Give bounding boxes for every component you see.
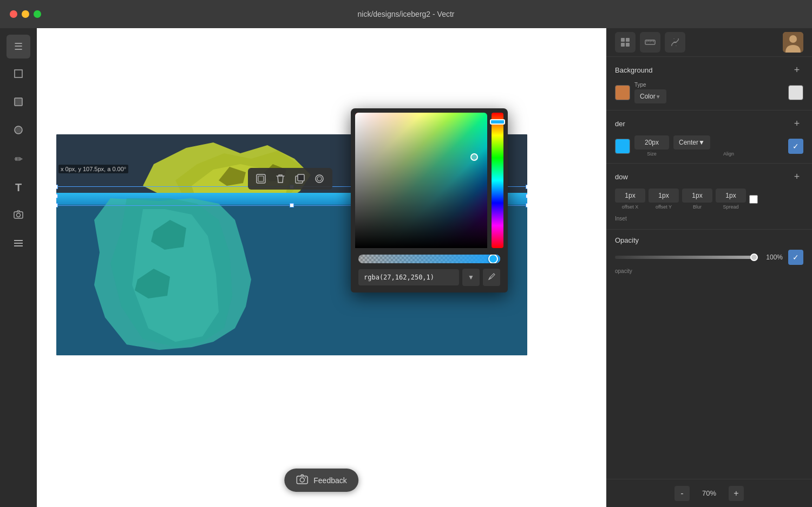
feedback-button[interactable]: Feedback (284, 469, 358, 492)
alpha-slider-row (358, 255, 500, 263)
svg-point-23 (317, 177, 322, 181)
opacity-check-icon: ✓ (793, 253, 799, 262)
svg-point-27 (305, 477, 306, 478)
main-layout: ☰ ✏ T (0, 28, 812, 507)
color-input-row: ▼ (358, 269, 500, 286)
hue-slider[interactable] (492, 113, 503, 248)
svg-rect-19 (258, 176, 264, 181)
border-row: Size Center ▼ Align ✓ (615, 135, 803, 157)
color-value-input[interactable] (358, 269, 459, 285)
lines-icon (13, 238, 24, 250)
svg-rect-28 (621, 38, 625, 42)
svg-point-24 (489, 278, 490, 279)
border-section: der + Size Center ▼ Align ✓ (606, 110, 812, 163)
spread-input[interactable] (716, 188, 746, 203)
border-color-swatch[interactable] (615, 139, 630, 154)
grid-view-button[interactable] (615, 32, 636, 53)
background-header: Background + (615, 63, 803, 76)
lines-tool[interactable] (6, 232, 30, 256)
avatar-image (783, 32, 803, 53)
inset-label: Inset (615, 216, 627, 222)
border-title: der (615, 120, 625, 128)
spread-group: Spread (716, 188, 746, 210)
zoom-out-button[interactable]: - (675, 486, 690, 501)
pen-icon: ✏ (15, 153, 23, 165)
select-tool[interactable] (6, 63, 30, 87)
size-input-group: Size (634, 135, 669, 157)
background-section: Background + Type Color ▼ (606, 57, 812, 110)
color-picker-popup: ▼ (351, 108, 508, 292)
background-color-swatch[interactable] (615, 85, 630, 100)
align-value: Center (679, 139, 698, 146)
shape-tool[interactable] (6, 91, 30, 115)
align-dropdown[interactable]: Center ▼ (673, 135, 710, 150)
delete-tool[interactable] (272, 170, 289, 187)
camera-tool[interactable] (6, 204, 30, 227)
feedback-label: Feedback (313, 476, 346, 485)
size-label: Size (634, 151, 669, 157)
ruler-button[interactable] (640, 32, 660, 53)
add-background-button[interactable]: + (790, 63, 803, 76)
opacity-label: opacity (615, 268, 803, 274)
svg-point-22 (316, 175, 323, 183)
svg-rect-25 (297, 476, 307, 484)
circle-icon (13, 125, 24, 138)
offset-y-group: offset Y (649, 188, 679, 210)
canvas-area[interactable]: x 0px, y 107.5px, a 0.00° (37, 28, 606, 507)
offset-y-input[interactable] (649, 188, 679, 203)
alpha-slider[interactable] (358, 255, 500, 263)
offset-x-input[interactable] (615, 188, 645, 203)
opacity-section: Opacity 100% ✓ opacity (606, 230, 812, 281)
menu-tool[interactable]: ☰ (6, 35, 30, 58)
blur-label: Blur (693, 204, 702, 210)
shadow-checkbox[interactable] (749, 195, 758, 204)
pen-tool[interactable]: ✏ (6, 147, 30, 171)
zoom-bar: - 70% + (606, 479, 812, 507)
opacity-title: Opacity (615, 236, 639, 244)
eyedropper-button[interactable] (483, 269, 500, 286)
duplicate-tool[interactable] (291, 170, 309, 187)
add-shadow-button[interactable]: + (790, 170, 803, 183)
hue-thumb (490, 119, 505, 125)
right-panel: Background + Type Color ▼ der + (606, 28, 812, 507)
close-button[interactable] (10, 10, 17, 18)
text-tool[interactable]: T (6, 176, 30, 199)
zoom-in-button[interactable]: + (729, 486, 744, 501)
background-color-right[interactable] (788, 85, 803, 100)
minus-icon: - (680, 489, 683, 498)
opacity-slider[interactable] (615, 256, 758, 259)
panel-spacer (606, 281, 812, 479)
link-button[interactable] (665, 32, 685, 53)
more-tool[interactable] (311, 170, 328, 187)
blur-input[interactable] (682, 188, 712, 203)
size-input[interactable] (634, 135, 669, 150)
camera-icon (13, 209, 24, 223)
svg-rect-29 (626, 38, 630, 42)
type-dropdown-button[interactable]: Color ▼ (634, 89, 666, 103)
left-toolbar: ☰ ✏ T (0, 28, 37, 507)
opacity-confirm-button[interactable]: ✓ (788, 250, 803, 265)
minimize-button[interactable] (22, 10, 29, 18)
opacity-thumb (750, 253, 758, 261)
add-border-button[interactable]: + (790, 117, 803, 130)
user-avatar[interactable] (783, 32, 803, 53)
border-confirm-button[interactable]: ✓ (788, 139, 803, 154)
shadow-section: dow + offset X offset Y Blur Sp (606, 164, 812, 229)
circle-tool[interactable] (6, 119, 30, 143)
window-title: nick/designs/iceberg2 - Vectr (358, 10, 455, 18)
blur-group: Blur (682, 188, 712, 210)
check-icon: ✓ (793, 142, 799, 151)
select-icon (13, 68, 24, 82)
panel-header-bar (606, 28, 812, 56)
svg-rect-21 (298, 174, 304, 181)
titlebar: nick/designs/iceberg2 - Vectr (0, 0, 812, 28)
opacity-header: Opacity (615, 236, 803, 244)
group-tool[interactable] (252, 170, 270, 187)
offset-x-group: offset X (615, 188, 645, 210)
color-format-dropdown[interactable]: ▼ (462, 269, 480, 286)
type-value: Color (640, 93, 656, 100)
alpha-thumb (488, 255, 498, 263)
float-toolbar (248, 168, 332, 190)
color-gradient[interactable] (355, 113, 487, 248)
maximize-button[interactable] (34, 10, 41, 18)
